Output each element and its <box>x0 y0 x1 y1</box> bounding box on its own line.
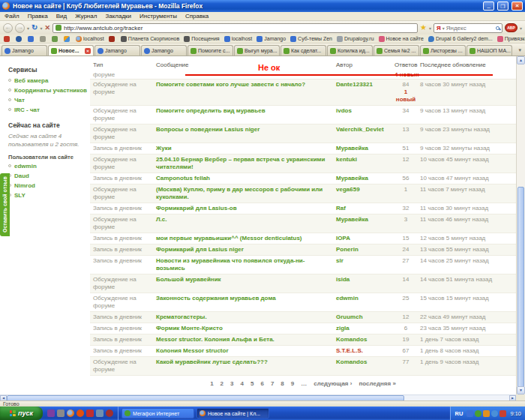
adblock-icon[interactable]: ABP <box>505 23 518 32</box>
next-page-link[interactable]: следующая › <box>314 380 352 387</box>
browser-tab[interactable]: Семья №2 ... <box>374 45 419 56</box>
sidebar-link[interactable]: Веб камера <box>8 77 87 85</box>
scroll-down-icon[interactable] <box>517 386 525 394</box>
bookmark-item[interactable] <box>52 36 59 42</box>
bookmark-item[interactable]: Новое на сайте <box>379 36 424 42</box>
page-link[interactable]: 6 <box>260 380 263 387</box>
menu-item[interactable]: Правка <box>28 13 48 20</box>
quicklaunch-icon[interactable] <box>67 410 74 417</box>
adblock-dropdown-icon[interactable] <box>520 26 522 31</box>
tray-icon[interactable] <box>500 410 506 417</box>
reload-dropdown-icon[interactable] <box>40 26 42 31</box>
row-author-link[interactable]: edwmin <box>336 295 392 310</box>
quicklaunch-icon[interactable] <box>57 410 64 417</box>
bookmark-item[interactable]: Суб-темы Zen <box>290 36 332 42</box>
start-button[interactable]: пуск <box>0 406 43 420</box>
page-link[interactable]: 8 <box>280 380 284 387</box>
sidebar-link[interactable]: IRC - чат <box>8 106 87 114</box>
last-page-link[interactable]: последняя » <box>358 380 395 387</box>
browser-tab[interactable]: Jamango <box>141 45 187 56</box>
tray-icon[interactable] <box>475 410 482 417</box>
back-button[interactable] <box>3 23 13 33</box>
row-title-link[interactable]: Л.с. <box>156 216 333 231</box>
row-author-link[interactable]: Муравейка <box>336 145 392 152</box>
row-title-link[interactable]: Camponotus fellah <box>156 175 333 182</box>
vertical-scrollbar-thumb[interactable] <box>518 187 524 394</box>
page-link[interactable]: 3 <box>230 380 233 387</box>
menu-item[interactable]: Журнал <box>75 13 97 20</box>
search-input[interactable] <box>446 25 494 32</box>
row-title-link[interactable]: Помогите советами кого лучше завести с н… <box>156 81 333 104</box>
menu-item[interactable]: Вид <box>56 13 67 20</box>
row-author-link[interactable]: vega659 <box>336 186 392 201</box>
column-author[interactable]: Автор <box>336 62 392 69</box>
user-link[interactable]: Nimrod <box>8 182 87 190</box>
browser-tab[interactable]: Новое... <box>48 45 94 56</box>
row-title-link[interactable]: Крематогастеры. <box>156 314 333 321</box>
feedback-tab[interactable]: Оставить свой отзыв <box>0 173 10 236</box>
page-link[interactable]: 9 <box>291 380 294 387</box>
page-link[interactable]: 4 <box>241 380 244 387</box>
column-type[interactable]: Тип <box>93 62 153 69</box>
column-message[interactable]: Сообщение <box>156 62 333 69</box>
row-title-link[interactable]: Колония Messor structor <box>156 347 333 355</box>
bookmark-item[interactable] <box>109 36 116 42</box>
search-engine-dropdown-icon[interactable] <box>442 26 445 31</box>
history-dropdown-icon[interactable] <box>27 26 29 31</box>
tab-close-icon[interactable] <box>85 48 91 54</box>
row-title-link[interactable]: Вопросы о поведении Lasius niger <box>156 126 333 141</box>
row-author-link[interactable]: slr <box>336 257 392 272</box>
row-author-link[interactable]: Valerchik_Devlet <box>336 126 392 141</box>
column-replies[interactable]: Ответов <box>394 62 417 69</box>
row-author-link[interactable]: IOPA <box>336 235 392 242</box>
row-author-link[interactable]: Ponerin <box>336 246 392 254</box>
task-window-button[interactable]: Мегафон Интернет <box>122 408 194 418</box>
row-title-link[interactable]: Какой муравейник лутше сделать??? <box>156 358 333 374</box>
row-title-link[interactable]: 25.04.10 Бернар Вербер – первая встреча … <box>156 156 333 171</box>
menu-item[interactable]: Закладки <box>105 13 131 20</box>
bookmark-item[interactable]: localhost <box>76 36 104 42</box>
vertical-scrollbar[interactable] <box>516 56 525 394</box>
row-author-link[interactable]: Муравейка <box>336 216 392 231</box>
bookmark-item[interactable]: Jamango <box>256 36 286 42</box>
browser-tab[interactable]: Помогите с... <box>188 45 233 56</box>
user-link[interactable]: edwmin <box>8 163 87 170</box>
browser-tab[interactable]: Jamango <box>94 45 140 56</box>
sidebar-link[interactable]: Чат <box>8 97 87 104</box>
sidebar-link[interactable]: Координаты участников <box>8 87 87 94</box>
page-link[interactable]: 5 <box>250 380 254 387</box>
bookmark-item[interactable]: localhost <box>224 36 253 42</box>
bookmark-item[interactable] <box>28 36 35 42</box>
browser-tab[interactable]: Листорезы ... <box>420 45 466 56</box>
row-author-link[interactable]: S.T.E.L.S. <box>336 347 392 355</box>
row-author-link[interactable]: Dante123321 <box>336 81 392 104</box>
menu-item[interactable]: Справка <box>185 13 208 20</box>
row-author-link[interactable]: Gruumch <box>336 314 392 321</box>
stop-button[interactable] <box>44 24 50 32</box>
bookmark-item[interactable]: Планета Скорпионов <box>121 36 180 42</box>
row-author-link[interactable]: isida <box>336 276 392 291</box>
row-title-link[interactable]: Формикарий для Lasius-ов <box>156 205 333 212</box>
bookmark-star-icon[interactable] <box>420 24 427 32</box>
bookmark-item[interactable] <box>40 36 47 42</box>
row-author-link[interactable]: Муравейка <box>336 175 392 182</box>
search-magnifier-icon[interactable] <box>496 26 500 30</box>
row-author-link[interactable]: kentuki <box>336 156 392 171</box>
quicklaunch-icon[interactable] <box>86 410 94 417</box>
task-window-button[interactable]: Новое на сайте | Кл... <box>196 408 269 418</box>
row-title-link[interactable]: мои первые муравьишки^^ (Messor denticul… <box>156 235 333 242</box>
menu-item[interactable]: Файл <box>4 13 20 20</box>
bookmark-item[interactable] <box>16 36 23 42</box>
scroll-up-icon[interactable] <box>517 56 525 64</box>
row-title-link[interactable]: Новости из муравейника что появился отку… <box>156 257 333 272</box>
row-title-link[interactable]: Помогите определить вид муравьев <box>156 107 333 122</box>
bookmark-item[interactable]: Drupalogy.ru <box>337 36 374 42</box>
minimize-button[interactable] <box>483 2 494 10</box>
url-input[interactable] <box>64 25 415 32</box>
tray-icon[interactable] <box>491 410 498 417</box>
horizontal-scrollbar[interactable] <box>0 394 516 400</box>
tray-icon[interactable] <box>483 410 490 417</box>
row-title-link[interactable]: (Москва) Куплю, приму в дар мессоров с р… <box>156 186 333 201</box>
row-title-link[interactable]: Большой муравейник <box>156 276 333 291</box>
browser-tab[interactable]: Выгул мура... <box>234 45 280 56</box>
